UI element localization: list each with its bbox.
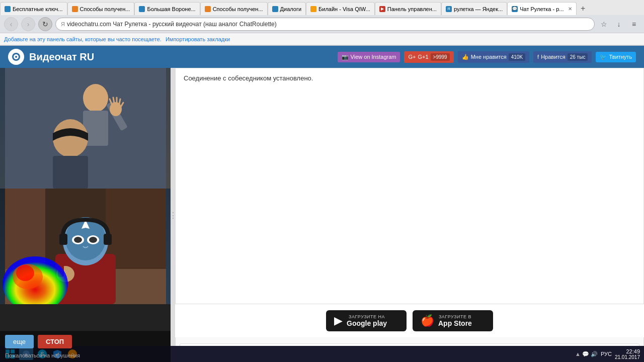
gplus-label: G+1	[418, 54, 428, 60]
page: Видеочат RU 📷 View on Instagram G+ G+1 >…	[0, 46, 644, 362]
svg-rect-14	[53, 156, 88, 189]
chat-panel: Соединение с собеседником установлено. ▶…	[175, 68, 644, 362]
logo-icon	[8, 49, 24, 65]
browser-chrome: Бесплатные ключ... Способы получен... Бо…	[0, 0, 644, 46]
new-tab-button[interactable]: +	[577, 2, 590, 15]
taskbar-time: 22:49	[626, 348, 640, 354]
tab-label-8: рулетка — Яндек...	[454, 6, 503, 12]
bookmark-button[interactable]: ☆	[598, 18, 610, 30]
tab-label-6: Билайн - Visa QIW...	[318, 6, 370, 12]
browser-tab-2[interactable]: Способы получен...	[67, 2, 135, 15]
next-button[interactable]: еще	[5, 335, 34, 348]
svg-rect-27	[104, 234, 112, 245]
connection-message: Соединение с собеседником установлено.	[184, 74, 635, 82]
forward-button[interactable]: ›	[21, 17, 35, 31]
twitter-icon: 🐦	[600, 54, 607, 60]
panel-divider[interactable]	[171, 68, 175, 362]
twitter-button[interactable]: 🐦 Твитнуть	[596, 52, 636, 62]
gplus-count: >9999	[431, 53, 450, 61]
tab-favicon-5	[272, 6, 278, 12]
tab-label-9: Чат Рулетка - р...	[520, 6, 564, 12]
header-buttons: 📷 View on Instagram G+ G+1 >9999 👍 Мне н…	[338, 51, 636, 63]
browser-tab-9[interactable]: 💬 Чат Рулетка - р... ✕	[507, 2, 576, 15]
bookmarks-text: Добавьте на эту панель сайты, которые вы…	[4, 36, 162, 42]
svg-line-9	[113, 98, 114, 103]
taskbar-system-icons: ▲ 💬 🔊	[575, 351, 598, 357]
tab-favicon-6	[310, 6, 316, 12]
video-panel: еще СТОП Пожаловаться на нарушения	[0, 68, 171, 362]
app-store-big: App Store	[438, 319, 472, 327]
browser-tab-6[interactable]: Билайн - Visa QIW...	[306, 2, 375, 15]
address-bar[interactable]: Я videochatru.com Чат Рулетка - русский …	[55, 18, 595, 31]
like-icon: 👍	[462, 54, 469, 60]
thermal-svg	[0, 249, 70, 304]
instagram-label: View on Instagram	[351, 54, 396, 60]
address-text: videochatru.com Чат Рулетка - русский ви…	[67, 21, 277, 28]
svg-point-2	[15, 56, 17, 58]
menu-button[interactable]: ≡	[628, 18, 640, 30]
instagram-button[interactable]: 📷 View on Instagram	[338, 52, 400, 62]
svg-line-11	[119, 99, 120, 104]
svg-point-4	[83, 84, 108, 112]
tab-close-9[interactable]: ✕	[568, 6, 572, 12]
stop-button[interactable]: СТОП	[38, 335, 72, 348]
fb-count: 26 тыс	[568, 53, 588, 61]
tab-label-3: Большая Вороне...	[147, 6, 195, 12]
like-button[interactable]: 👍 Мне нравится 410K	[458, 51, 529, 63]
browser-tab-4[interactable]: Способы получен...	[200, 2, 268, 15]
video-controls-panel: еще СТОП Пожаловаться на нарушения	[0, 331, 171, 362]
tab-favicon-3	[139, 6, 145, 12]
like-label: Мне нравится	[471, 54, 507, 60]
google-play-text: ЗАГРУЗИТЕ НА Google play	[347, 314, 387, 327]
google-play-badge[interactable]: ▶ ЗАГРУЗИТЕ НА Google play	[326, 310, 407, 331]
apple-icon: 🍎	[421, 314, 434, 327]
thermal-overlay	[0, 249, 70, 304]
tab-label-2: Способы получен...	[80, 6, 130, 12]
refresh-button[interactable]: ↻	[38, 17, 52, 31]
remote-video-placeholder	[0, 68, 171, 189]
tab-favicon-9: 💬	[512, 6, 518, 12]
report-link[interactable]: Пожаловаться на нарушения	[5, 352, 166, 358]
fb-like-button[interactable]: f Нравится 26 тыс	[533, 51, 592, 63]
site-header: Видеочат RU 📷 View on Instagram G+ G+1 >…	[0, 46, 644, 68]
browser-tab-5[interactable]: Диалоги	[268, 2, 306, 15]
taskbar-lang: РУС	[601, 351, 612, 357]
svg-rect-26	[59, 234, 67, 245]
site-logo: Видеочат RU	[8, 49, 94, 65]
taskbar-clock: 22:49 21.01.2017	[615, 348, 640, 360]
tab-favicon-1	[5, 6, 11, 12]
svg-point-13	[53, 119, 88, 157]
browser-tab-8[interactable]: Я рулетка — Яндек...	[441, 2, 507, 15]
lock-icon: Я	[61, 21, 65, 27]
google-play-big: Google play	[347, 319, 387, 327]
instagram-icon: 📷	[342, 54, 349, 60]
google-play-small: ЗАГРУЗИТЕ НА	[347, 314, 387, 319]
tab-label-7: Панель управлен...	[387, 6, 437, 12]
tab-favicon-7: ▶	[379, 6, 385, 12]
tab-favicon-8: Я	[446, 6, 452, 12]
download-button[interactable]: ↓	[613, 18, 625, 30]
browser-tab-7[interactable]: ▶ Панель управлен...	[375, 2, 441, 15]
like-count: 410K	[509, 53, 525, 61]
bookmarks-bar: Добавьте на эту панель сайты, которые вы…	[0, 33, 644, 45]
taskbar-right: ▲ 💬 🔊 РУС 22:49 21.01.2017	[575, 348, 640, 360]
gplus-button[interactable]: G+ G+1 >9999	[404, 51, 453, 63]
gplus-icon: G+	[408, 54, 416, 60]
tab-label-4: Способы получен...	[213, 6, 263, 12]
import-bookmarks-link[interactable]: Импортировать закладки	[166, 36, 230, 42]
remote-video	[0, 68, 171, 189]
logo-svg	[11, 52, 21, 62]
browser-tab-1[interactable]: Бесплатные ключ...	[0, 2, 67, 15]
tab-favicon-2	[72, 6, 78, 12]
svg-point-25	[89, 237, 97, 243]
google-play-icon: ▶	[334, 314, 343, 327]
app-store-badge[interactable]: 🍎 Загрузите в App Store	[413, 310, 493, 331]
site-logo-text: Видеочат RU	[29, 51, 94, 63]
app-store-small: Загрузите в	[438, 314, 472, 319]
tab-label-1: Бесплатные ключ...	[13, 6, 63, 12]
back-button[interactable]: ‹	[4, 17, 18, 31]
tab-favicon-4	[205, 6, 211, 12]
remote-video-svg	[5, 68, 166, 189]
chat-messages: Соединение с собеседником установлено.	[175, 68, 644, 304]
browser-tab-3[interactable]: Большая Вороне...	[134, 2, 200, 15]
